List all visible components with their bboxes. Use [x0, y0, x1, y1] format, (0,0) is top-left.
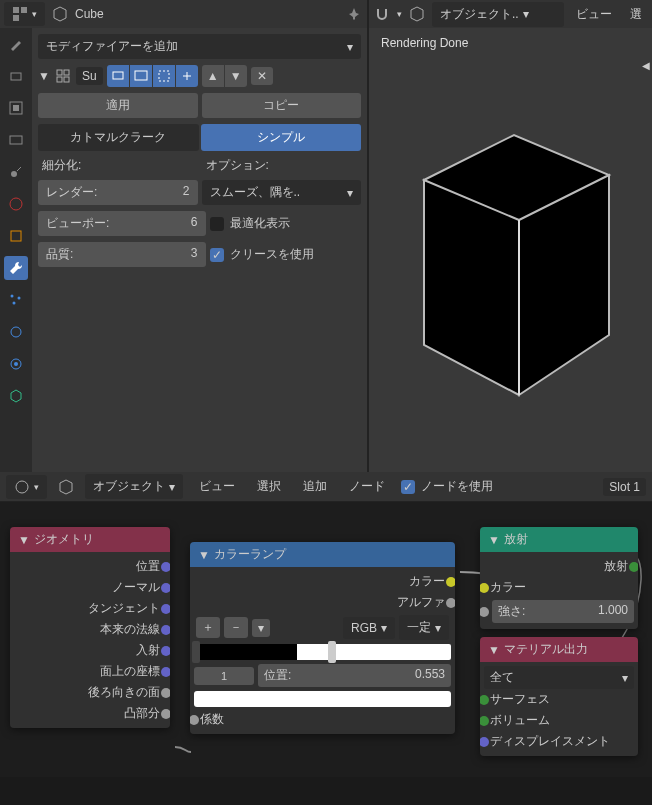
- node-title: 放射: [504, 531, 528, 548]
- socket-color[interactable]: カラー: [194, 571, 451, 592]
- add-stop-icon[interactable]: ＋: [196, 617, 220, 638]
- collapse-icon[interactable]: ▼: [38, 69, 50, 83]
- remove-stop-icon[interactable]: －: [224, 617, 248, 638]
- interp-dropdown[interactable]: 一定▾: [399, 615, 449, 640]
- tab-modifier[interactable]: [4, 256, 28, 280]
- svg-rect-18: [57, 77, 62, 82]
- svg-rect-5: [13, 105, 19, 111]
- socket-emission[interactable]: 放射: [484, 556, 634, 577]
- modifier-name[interactable]: Su: [76, 67, 103, 85]
- svg-rect-19: [64, 77, 69, 82]
- chevron-down-icon[interactable]: ▾: [397, 9, 402, 19]
- socket-true-normal[interactable]: 本来の法線: [14, 619, 166, 640]
- display-realtime-icon[interactable]: [130, 65, 152, 87]
- tab-viewlayer[interactable]: [4, 128, 28, 152]
- socket-normal[interactable]: ノーマル: [14, 577, 166, 598]
- socket-position[interactable]: 位置: [14, 556, 166, 577]
- svg-rect-3: [11, 73, 21, 80]
- position-field[interactable]: 位置:0.553: [258, 664, 451, 687]
- display-render-icon[interactable]: [107, 65, 129, 87]
- socket-volume[interactable]: ボリューム: [484, 710, 634, 731]
- node-geometry[interactable]: ▼ジオメトリ 位置 ノーマル タンジェント 本来の法線 入射 面上の座標 後ろ向…: [10, 527, 170, 728]
- socket-surface[interactable]: サーフェス: [484, 689, 634, 710]
- tab-render[interactable]: [4, 64, 28, 88]
- display-editmode-icon[interactable]: [153, 65, 175, 87]
- cube-icon: [51, 5, 69, 23]
- use-nodes-checkbox[interactable]: ✓ノードを使用: [401, 476, 493, 497]
- display-cage-icon[interactable]: [176, 65, 198, 87]
- stop-index[interactable]: 1: [194, 667, 254, 685]
- node-colorramp[interactable]: ▼カラーランプ カラー アルファ ＋ － ▾ RGB▾ 一定▾ 1 位置:0.5…: [190, 542, 455, 734]
- node-menu[interactable]: ノード: [343, 476, 391, 497]
- tab-physics[interactable]: [4, 320, 28, 344]
- optimal-display-checkbox[interactable]: 最適化表示: [210, 213, 362, 234]
- modifier-icon: [54, 67, 72, 85]
- move-down-icon[interactable]: ▼: [225, 65, 247, 87]
- socket-displacement[interactable]: ディスプレイスメント: [484, 731, 634, 752]
- socket-parametric[interactable]: 面上の座標: [14, 661, 166, 682]
- node-material-output[interactable]: ▼マテリアル出力 全て▾ サーフェス ボリューム ディスプレイスメント: [480, 637, 638, 756]
- viewport-field[interactable]: ビューポー:6: [38, 211, 206, 236]
- quality-field[interactable]: 品質:3: [38, 242, 206, 267]
- delete-modifier-icon[interactable]: ✕: [251, 67, 273, 85]
- tab-object[interactable]: [4, 224, 28, 248]
- node-title: マテリアル出力: [504, 641, 588, 658]
- tab-tool[interactable]: [4, 32, 28, 56]
- mode-selector[interactable]: オブジェクト▾: [85, 474, 183, 499]
- uv-smooth-dropdown[interactable]: スムーズ、隅を..▾: [202, 180, 362, 205]
- tab-world[interactable]: [4, 192, 28, 216]
- svg-rect-22: [159, 71, 169, 81]
- color-ramp[interactable]: [194, 644, 451, 660]
- tab-scene[interactable]: [4, 160, 28, 184]
- select-menu[interactable]: 選: [624, 4, 648, 25]
- view-menu[interactable]: ビュー: [570, 4, 618, 25]
- editor-type-selector[interactable]: ▾: [4, 2, 45, 26]
- slot-selector[interactable]: Slot 1: [603, 478, 646, 496]
- tab-output[interactable]: [4, 96, 28, 120]
- node-emission[interactable]: ▼放射 放射 カラー 強さ:1.000: [480, 527, 638, 629]
- svg-rect-20: [113, 72, 123, 79]
- socket-factor[interactable]: 係数: [194, 709, 451, 730]
- tab-constraints[interactable]: [4, 352, 28, 376]
- render-field[interactable]: レンダー:2: [38, 180, 198, 205]
- socket-incoming[interactable]: 入射: [14, 640, 166, 661]
- object-name: Cube: [75, 7, 104, 21]
- socket-tangent[interactable]: タンジェント: [14, 598, 166, 619]
- node-title: カラーランプ: [214, 546, 286, 563]
- target-dropdown[interactable]: 全て▾: [484, 666, 634, 689]
- menu-icon[interactable]: ▾: [252, 619, 270, 637]
- svg-rect-9: [11, 231, 21, 241]
- svg-point-10: [11, 295, 14, 298]
- socket-color[interactable]: カラー: [484, 577, 634, 598]
- move-up-icon[interactable]: ▲: [202, 65, 224, 87]
- add-menu[interactable]: 追加: [297, 476, 333, 497]
- use-crease-checkbox[interactable]: ✓クリースを使用: [210, 244, 362, 265]
- svg-rect-0: [13, 7, 19, 13]
- svg-point-12: [13, 302, 16, 305]
- svg-rect-2: [13, 15, 19, 21]
- copy-button[interactable]: コピー: [202, 93, 362, 118]
- view-menu[interactable]: ビュー: [193, 476, 241, 497]
- tab-particles[interactable]: [4, 288, 28, 312]
- apply-button[interactable]: 適用: [38, 93, 198, 118]
- pin-icon[interactable]: [345, 5, 363, 23]
- svg-point-11: [18, 297, 21, 300]
- magnet-icon[interactable]: [373, 5, 391, 23]
- tab-simple[interactable]: シンプル: [201, 124, 362, 151]
- socket-strength[interactable]: 強さ:1.000: [484, 598, 634, 625]
- tab-data[interactable]: [4, 384, 28, 408]
- color-swatch[interactable]: [194, 691, 451, 707]
- color-mode-dropdown[interactable]: RGB▾: [343, 617, 395, 639]
- socket-alpha[interactable]: アルファ: [194, 592, 451, 613]
- mode-selector[interactable]: オブジェクト..▾: [432, 2, 564, 27]
- tab-catmull[interactable]: カトマルクラーク: [38, 124, 199, 151]
- cube-icon: [408, 5, 426, 23]
- socket-backfacing[interactable]: 後ろ向きの面: [14, 682, 166, 703]
- svg-rect-17: [64, 70, 69, 75]
- status-text: Rendering Done: [369, 28, 652, 58]
- sidebar-handle[interactable]: ◀: [642, 60, 650, 71]
- add-modifier-dropdown[interactable]: モディファイアーを追加▾: [38, 34, 361, 59]
- socket-pointiness[interactable]: 凸部分: [14, 703, 166, 724]
- select-menu[interactable]: 選択: [251, 476, 287, 497]
- editor-type-selector[interactable]: ▾: [6, 475, 47, 499]
